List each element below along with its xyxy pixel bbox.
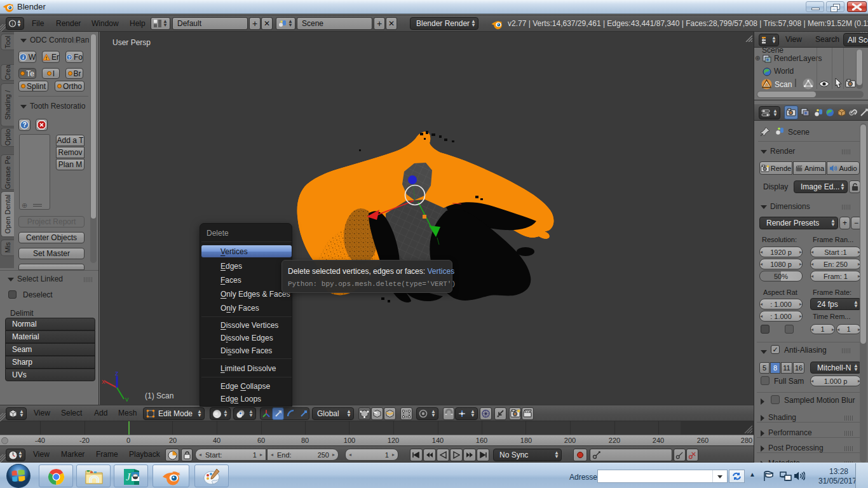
svg-text:z: z — [115, 370, 119, 377]
svg-text:?: ? — [68, 55, 71, 59]
svg-text:y: y — [125, 395, 129, 402]
svg-text:J: J — [126, 471, 131, 482]
svg-text:x: x — [102, 377, 105, 385]
svg-text:?: ? — [22, 121, 26, 128]
svg-text:i: i — [12, 21, 13, 27]
svg-text:!: ! — [46, 55, 47, 60]
